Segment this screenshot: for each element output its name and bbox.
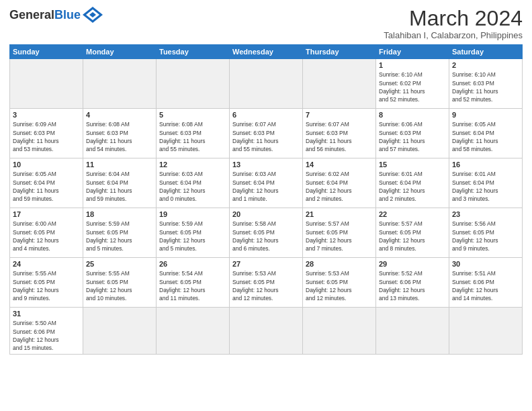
calendar-cell — [449, 308, 523, 355]
header-wednesday: Wednesday — [230, 45, 303, 59]
day-number: 29 — [379, 260, 446, 268]
day-info: Sunrise: 6:10 AM Sunset: 6:03 PM Dayligh… — [452, 71, 519, 103]
day-number: 3 — [13, 111, 80, 119]
calendar-cell — [303, 59, 376, 109]
calendar-cell: 14Sunrise: 6:02 AM Sunset: 6:04 PM Dayli… — [303, 158, 376, 208]
header-sunday: Sunday — [10, 45, 83, 59]
day-info: Sunrise: 5:51 AM Sunset: 6:06 PM Dayligh… — [452, 269, 519, 302]
day-number: 4 — [86, 111, 153, 119]
day-number: 19 — [159, 210, 226, 218]
week-row-4: 24Sunrise: 5:55 AM Sunset: 6:05 PM Dayli… — [10, 258, 523, 308]
logo: General Blue — [9, 7, 103, 23]
day-number: 9 — [452, 111, 519, 119]
header-thursday: Thursday — [303, 45, 376, 59]
calendar-cell: 12Sunrise: 6:03 AM Sunset: 6:04 PM Dayli… — [157, 158, 230, 208]
day-number: 6 — [232, 111, 300, 119]
day-number: 8 — [379, 111, 446, 119]
day-info: Sunrise: 5:56 AM Sunset: 6:05 PM Dayligh… — [452, 220, 519, 253]
day-info: Sunrise: 5:52 AM Sunset: 6:06 PM Dayligh… — [379, 269, 446, 302]
day-info: Sunrise: 6:05 AM Sunset: 6:04 PM Dayligh… — [452, 120, 519, 153]
day-number: 24 — [13, 260, 80, 268]
calendar-table: Sunday Monday Tuesday Wednesday Thursday… — [9, 44, 523, 355]
calendar-cell: 21Sunrise: 5:57 AM Sunset: 6:05 PM Dayli… — [303, 208, 376, 258]
day-info: Sunrise: 5:54 AM Sunset: 6:05 PM Dayligh… — [159, 269, 226, 302]
day-number: 7 — [306, 111, 373, 119]
calendar-cell — [83, 59, 157, 109]
day-number: 30 — [452, 260, 519, 268]
day-info: Sunrise: 6:04 AM Sunset: 6:04 PM Dayligh… — [86, 170, 153, 203]
day-info: Sunrise: 5:55 AM Sunset: 6:05 PM Dayligh… — [13, 269, 80, 302]
calendar-cell: 11Sunrise: 6:04 AM Sunset: 6:04 PM Dayli… — [83, 158, 157, 208]
calendar-cell: 9Sunrise: 6:05 AM Sunset: 6:04 PM Daylig… — [449, 109, 523, 158]
day-info: Sunrise: 6:03 AM Sunset: 6:04 PM Dayligh… — [159, 170, 226, 203]
day-info: Sunrise: 6:08 AM Sunset: 6:03 PM Dayligh… — [86, 120, 153, 153]
calendar-cell: 6Sunrise: 6:07 AM Sunset: 6:03 PM Daylig… — [230, 109, 303, 158]
calendar-cell: 17Sunrise: 6:00 AM Sunset: 6:05 PM Dayli… — [10, 208, 83, 258]
calendar-cell: 2Sunrise: 6:10 AM Sunset: 6:03 PM Daylig… — [449, 59, 523, 109]
day-number: 14 — [306, 161, 373, 169]
day-number: 31 — [13, 310, 80, 318]
week-row-3: 17Sunrise: 6:00 AM Sunset: 6:05 PM Dayli… — [10, 208, 523, 258]
day-info: Sunrise: 5:53 AM Sunset: 6:05 PM Dayligh… — [232, 269, 300, 302]
day-info: Sunrise: 5:57 AM Sunset: 6:05 PM Dayligh… — [306, 220, 373, 253]
calendar-cell: 23Sunrise: 5:56 AM Sunset: 6:05 PM Dayli… — [449, 208, 523, 258]
logo-icon — [83, 7, 103, 23]
day-number: 13 — [232, 161, 300, 169]
day-number: 28 — [306, 260, 373, 268]
calendar-cell: 16Sunrise: 6:01 AM Sunset: 6:04 PM Dayli… — [449, 158, 523, 208]
day-number: 15 — [379, 161, 446, 169]
calendar-cell: 15Sunrise: 6:01 AM Sunset: 6:04 PM Dayli… — [376, 158, 449, 208]
calendar-cell — [230, 308, 303, 355]
week-row-2: 10Sunrise: 6:05 AM Sunset: 6:04 PM Dayli… — [10, 158, 523, 208]
calendar-cell: 25Sunrise: 5:55 AM Sunset: 6:05 PM Dayli… — [83, 258, 157, 308]
day-info: Sunrise: 6:02 AM Sunset: 6:04 PM Dayligh… — [306, 170, 373, 203]
day-info: Sunrise: 5:53 AM Sunset: 6:05 PM Dayligh… — [306, 269, 373, 302]
calendar-cell — [157, 308, 230, 355]
calendar-cell — [303, 308, 376, 355]
day-info: Sunrise: 6:09 AM Sunset: 6:03 PM Dayligh… — [13, 120, 80, 153]
day-info: Sunrise: 5:55 AM Sunset: 6:05 PM Dayligh… — [86, 269, 153, 302]
week-row-1: 3Sunrise: 6:09 AM Sunset: 6:03 PM Daylig… — [10, 109, 523, 158]
calendar-page: General Blue March 2024 Talahiban I, Cal… — [0, 0, 532, 411]
day-number: 27 — [232, 260, 300, 268]
calendar-cell: 24Sunrise: 5:55 AM Sunset: 6:05 PM Dayli… — [10, 258, 83, 308]
day-number: 10 — [13, 161, 80, 169]
week-row-0: 1Sunrise: 6:10 AM Sunset: 6:02 PM Daylig… — [10, 59, 523, 109]
calendar-cell: 13Sunrise: 6:03 AM Sunset: 6:04 PM Dayli… — [230, 158, 303, 208]
day-number: 11 — [86, 161, 153, 169]
day-number: 16 — [452, 161, 519, 169]
calendar-cell: 10Sunrise: 6:05 AM Sunset: 6:04 PM Dayli… — [10, 158, 83, 208]
header-tuesday: Tuesday — [157, 45, 230, 59]
header-monday: Monday — [83, 45, 157, 59]
day-info: Sunrise: 6:01 AM Sunset: 6:04 PM Dayligh… — [379, 170, 446, 203]
calendar-cell: 18Sunrise: 5:59 AM Sunset: 6:05 PM Dayli… — [83, 208, 157, 258]
calendar-cell: 29Sunrise: 5:52 AM Sunset: 6:06 PM Dayli… — [376, 258, 449, 308]
calendar-cell: 27Sunrise: 5:53 AM Sunset: 6:05 PM Dayli… — [230, 258, 303, 308]
calendar-cell — [157, 59, 230, 109]
calendar-cell: 20Sunrise: 5:58 AM Sunset: 6:05 PM Dayli… — [230, 208, 303, 258]
day-number: 1 — [379, 61, 446, 69]
day-number: 17 — [13, 210, 80, 218]
day-number: 2 — [452, 61, 519, 69]
logo-area: General Blue — [9, 7, 103, 23]
calendar-cell: 5Sunrise: 6:08 AM Sunset: 6:03 PM Daylig… — [157, 109, 230, 158]
calendar-cell: 31Sunrise: 5:50 AM Sunset: 6:06 PM Dayli… — [10, 308, 83, 355]
day-info: Sunrise: 5:59 AM Sunset: 6:05 PM Dayligh… — [86, 220, 153, 253]
calendar-cell: 22Sunrise: 5:57 AM Sunset: 6:05 PM Dayli… — [376, 208, 449, 258]
week-row-5: 31Sunrise: 5:50 AM Sunset: 6:06 PM Dayli… — [10, 308, 523, 355]
calendar-cell: 30Sunrise: 5:51 AM Sunset: 6:06 PM Dayli… — [449, 258, 523, 308]
calendar-cell: 28Sunrise: 5:53 AM Sunset: 6:05 PM Dayli… — [303, 258, 376, 308]
day-info: Sunrise: 6:07 AM Sunset: 6:03 PM Dayligh… — [232, 120, 300, 153]
calendar-cell — [230, 59, 303, 109]
day-number: 18 — [86, 210, 153, 218]
day-number: 21 — [306, 210, 373, 218]
calendar-cell: 3Sunrise: 6:09 AM Sunset: 6:03 PM Daylig… — [10, 109, 83, 158]
day-info: Sunrise: 5:57 AM Sunset: 6:05 PM Dayligh… — [379, 220, 446, 253]
day-info: Sunrise: 6:10 AM Sunset: 6:02 PM Dayligh… — [379, 71, 446, 103]
day-info: Sunrise: 6:03 AM Sunset: 6:04 PM Dayligh… — [232, 170, 300, 203]
day-info: Sunrise: 6:08 AM Sunset: 6:03 PM Dayligh… — [159, 120, 226, 153]
day-info: Sunrise: 5:59 AM Sunset: 6:05 PM Dayligh… — [159, 220, 226, 253]
calendar-cell: 8Sunrise: 6:06 AM Sunset: 6:03 PM Daylig… — [376, 109, 449, 158]
calendar-cell — [376, 308, 449, 355]
month-title: March 2024 — [384, 7, 523, 30]
